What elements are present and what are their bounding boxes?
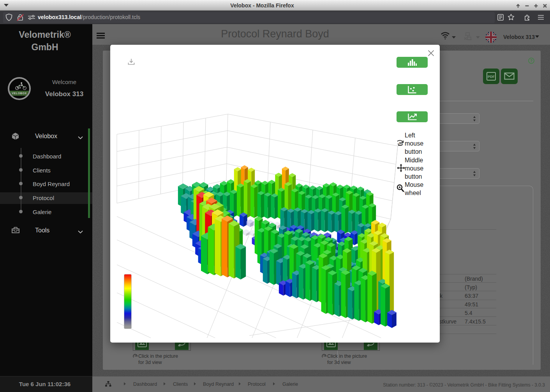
svg-text:3D: 3D xyxy=(323,355,326,357)
svg-text:?: ? xyxy=(530,59,532,63)
svg-text:3D: 3D xyxy=(399,141,403,145)
svg-text:3D: 3D xyxy=(134,355,138,357)
svg-text:PDF: PDF xyxy=(488,75,495,79)
